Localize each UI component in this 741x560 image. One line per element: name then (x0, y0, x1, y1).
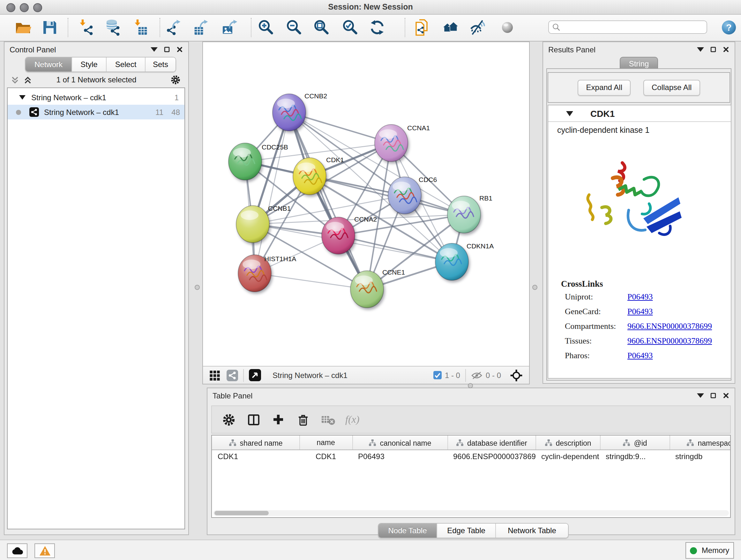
table-cell[interactable]: stringdb (670, 450, 731, 462)
tab-select[interactable]: Select (107, 57, 145, 71)
string-highlight-button[interactable] (498, 18, 516, 37)
column-header[interactable]: shared name (212, 435, 299, 450)
open-session-button[interactable] (14, 18, 32, 37)
table-settings-button[interactable] (221, 412, 236, 427)
expand-all-button[interactable]: Expand All (578, 79, 630, 96)
crosslink-link[interactable]: 9606.ENSP00000378699 (627, 321, 712, 331)
cloud-status-button[interactable] (7, 543, 27, 558)
collapse-panel-icon[interactable] (697, 47, 704, 52)
export-network-button[interactable] (165, 18, 183, 37)
column-header[interactable]: namespace (670, 435, 731, 450)
tab-node-table[interactable]: Node Table (379, 523, 437, 538)
tab-sets[interactable]: Sets (145, 57, 176, 71)
import-network-button[interactable] (77, 18, 94, 37)
folder-icon (15, 19, 31, 36)
network-row[interactable]: String Network – cdk1 11 48 (8, 105, 185, 119)
gear-icon[interactable] (171, 75, 181, 85)
selected-checkbox-icon[interactable] (433, 371, 442, 379)
table-cell[interactable]: P06493 (352, 450, 448, 462)
crosslink-link[interactable]: P06493 (627, 351, 653, 361)
network-edge[interactable] (289, 112, 367, 289)
table-cell[interactable]: 9606.ENSP00000378699 (448, 450, 536, 462)
memory-button[interactable]: Memory (685, 542, 734, 559)
column-header[interactable]: @id (600, 435, 670, 450)
birdseye-view-icon[interactable] (249, 369, 261, 381)
zoom-fit-button[interactable] (313, 18, 331, 37)
network-view[interactable]: CCNB2CCNA1CDC25BCDK1CDC6RB1CCNB1CCNA2CDK… (202, 42, 530, 384)
float-panel-icon[interactable] (710, 46, 717, 53)
export-network-icon (165, 19, 182, 36)
table-cell[interactable]: stringdb:9... (600, 450, 670, 462)
add-column-button[interactable] (271, 412, 286, 427)
column-header[interactable]: description (536, 435, 600, 450)
network-node-ccne1[interactable]: CCNE1 (350, 268, 405, 308)
network-node-hist1h1a[interactable]: HIST1H1A (238, 255, 296, 292)
grid-annotations-icon[interactable] (209, 370, 220, 381)
tab-style[interactable]: Style (72, 57, 107, 71)
string-home-button[interactable] (442, 18, 460, 37)
crosshair-icon[interactable] (510, 369, 523, 381)
crosslink-link[interactable]: P06493 (627, 307, 653, 317)
show-columns-button[interactable] (246, 412, 261, 427)
collapse-panel-icon[interactable] (151, 47, 158, 52)
delete-column-button[interactable] (295, 412, 311, 427)
zoom-selected-button[interactable] (341, 18, 359, 37)
results-panel-title: Results Panel (548, 45, 596, 54)
close-panel-icon[interactable] (723, 392, 730, 399)
splitter-handle[interactable] (532, 285, 537, 290)
column-header[interactable]: canonical name (352, 435, 448, 450)
export-table-button[interactable] (192, 18, 210, 37)
network-edge[interactable] (255, 273, 367, 289)
crosslink-link[interactable]: 9606.ENSP00000378699 (627, 336, 712, 346)
zoom-out-button[interactable] (285, 18, 303, 37)
collection-count: 1 (175, 93, 179, 102)
scrollbar-thumb[interactable] (214, 511, 269, 515)
zoom-in-button[interactable] (257, 18, 275, 37)
network-node-ccna1[interactable]: CCNA1 (375, 124, 430, 162)
horizontal-scrollbar[interactable] (213, 510, 729, 516)
help-button[interactable]: ? (720, 18, 738, 37)
table-tabs: Node Table Edge Table Network Table (378, 523, 569, 538)
float-panel-icon[interactable] (710, 392, 717, 399)
network-edge[interactable] (338, 236, 452, 262)
crosslink-link[interactable]: P06493 (627, 292, 653, 302)
tab-edge-table[interactable]: Edge Table (437, 523, 496, 538)
splitter-handle[interactable] (468, 383, 473, 388)
table-cell[interactable]: CDK1 (212, 450, 299, 462)
import-network-database-button[interactable] (104, 18, 121, 37)
splitter-handle[interactable] (195, 285, 200, 290)
apply-layout-button[interactable] (368, 18, 386, 37)
collapse-panel-icon[interactable] (697, 393, 704, 398)
network-node-cdc25b[interactable]: CDC25B (228, 143, 288, 180)
string-enhance-button[interactable] (469, 18, 487, 37)
table-cell[interactable]: cyclin-dependent ... (536, 450, 600, 462)
card-expander-icon[interactable] (566, 111, 573, 116)
network-node-ccnb2[interactable]: CCNB2 (273, 92, 327, 131)
network-canvas[interactable]: CCNB2CCNA1CDC25BCDK1CDC6RB1CCNB1CCNA2CDK… (203, 42, 529, 366)
network-collection-row[interactable]: String Network – cdk1 1 (8, 90, 185, 105)
close-panel-icon[interactable] (723, 46, 730, 53)
float-panel-icon[interactable] (163, 46, 171, 53)
export-image-button[interactable] (221, 18, 239, 37)
share-toggle-icon[interactable] (226, 369, 238, 381)
network-node-rb1[interactable]: RB1 (448, 194, 492, 233)
close-panel-icon[interactable] (176, 46, 183, 53)
network-node-cdkn1a[interactable]: CDKN1A (435, 242, 494, 280)
import-table-button[interactable] (131, 18, 149, 37)
table-row[interactable]: CDK1CDK1P064939606.ENSP00000378699cyclin… (212, 450, 731, 462)
network-node-ccna2[interactable]: CCNA2 (322, 215, 377, 254)
column-header[interactable]: name (299, 435, 352, 450)
string-import-button[interactable] (414, 18, 431, 37)
save-session-button[interactable] (41, 18, 59, 37)
search-input[interactable] (548, 20, 707, 34)
column-header[interactable]: database identifier (448, 435, 536, 450)
tab-network[interactable]: Network (25, 57, 72, 71)
delete-table-button[interactable] (320, 412, 336, 427)
collapse-all-button[interactable]: Collapse All (643, 79, 700, 96)
warnings-button[interactable] (35, 543, 55, 558)
table-cell[interactable]: CDK1 (299, 450, 352, 462)
function-builder-button[interactable]: f(x) (345, 414, 359, 425)
collection-expander-icon[interactable] (19, 95, 25, 100)
hidden-eye-icon[interactable] (471, 371, 482, 380)
tab-network-table[interactable]: Network Table (496, 523, 568, 538)
